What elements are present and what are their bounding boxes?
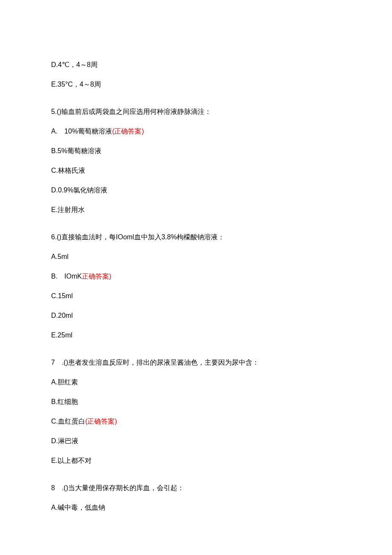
q6-option-e: E.25ml xyxy=(51,330,341,340)
q7-option-b: B.红细胞 xyxy=(51,397,341,407)
q5-option-d: D.0.9%氯化钠溶液 xyxy=(51,185,341,195)
q7-option-c-text: C.血红蛋白 xyxy=(51,418,85,425)
q6-option-d: D.20ml xyxy=(51,311,341,321)
q5-option-c: C.林格氏液 xyxy=(51,166,341,176)
q8-stem: 8 .()当大量使用保存期长的库血，会引起： xyxy=(51,483,341,493)
q6-option-b: B. IOmK正确答案) xyxy=(51,271,341,282)
q7-option-e: E.以上都不对 xyxy=(51,456,341,466)
correct-answer-marker: 正确答案) xyxy=(82,273,111,280)
q7-option-a: A.胆红素 xyxy=(51,377,341,387)
q4-option-e: E.35°C，4～8周 xyxy=(51,79,341,90)
q6-option-a: A.5ml xyxy=(51,252,341,262)
q6-stem: 6.()直接输血法时，每IOoml血中加入3.8%枸檬酸钠溶液： xyxy=(51,232,341,242)
correct-answer-marker: (正确答案) xyxy=(85,418,117,425)
q5-stem: 5.()输血前后或两袋血之间应选用何种溶液静脉滴注： xyxy=(51,107,341,117)
q6-option-b-text: B. IOmK xyxy=(51,273,82,280)
q6-option-c: C.15ml xyxy=(51,291,341,301)
q8-option-a: A.碱中毒，低血钠 xyxy=(51,503,341,513)
q7-stem: 7 .()患者发生溶血反应时，排出的尿液呈酱油色，主要因为尿中含： xyxy=(51,357,341,368)
q5-option-a: A. 10%葡萄糖溶液(正确答案) xyxy=(51,126,341,137)
q7-option-d: D.淋巴液 xyxy=(51,436,341,446)
q7-option-c: C.血红蛋白(正确答案) xyxy=(51,416,341,427)
q4-option-d: D.4℃，4～8周 xyxy=(51,60,341,70)
q5-option-e: E.注射用水 xyxy=(51,205,341,215)
q5-option-a-text: A. 10%葡萄糖溶液 xyxy=(51,128,112,135)
q5-option-b: B.5%葡萄糖溶液 xyxy=(51,146,341,156)
correct-answer-marker: (正确答案) xyxy=(112,128,144,135)
